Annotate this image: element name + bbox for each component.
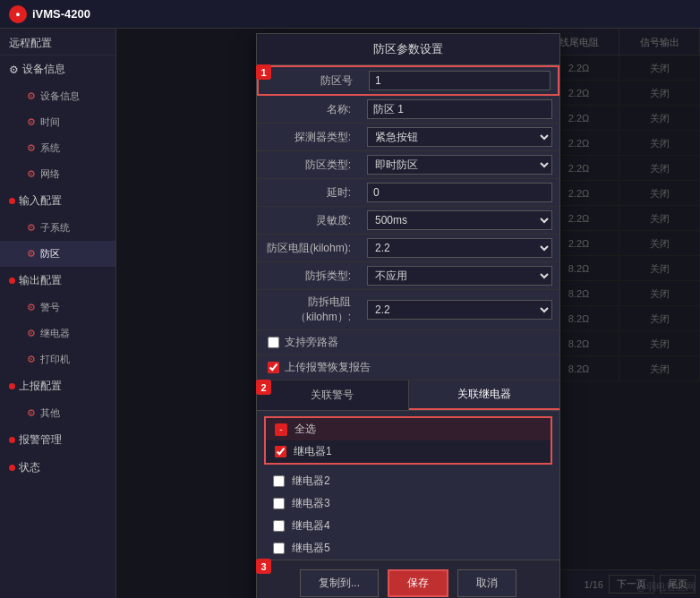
sidebar-item-printer[interactable]: ⚙ 打印机 [0, 346, 115, 372]
relay-select-all-item[interactable]: - 全选 [266, 418, 551, 440]
sidebar-item-label: 输出配置 [19, 273, 62, 288]
sensitivity-label: 灵敏度: [257, 209, 360, 233]
save-button[interactable]: 保存 [388, 569, 448, 597]
sidebar-item-relay[interactable]: ⚙ 继电器 [0, 320, 115, 346]
gear-icon: ⚙ [27, 407, 36, 419]
relay-5-checkbox[interactable] [273, 542, 285, 554]
name-value [360, 96, 559, 123]
top-bar: ● iVMS-4200 [0, 0, 700, 29]
form-row-bypass: 支持旁路器 [257, 330, 559, 355]
detector-type-select[interactable]: 紧急按钮 [367, 127, 552, 147]
sidebar-item-device-info[interactable]: ⚙ 设备信息 [0, 83, 115, 109]
relay-3-checkbox[interactable] [273, 498, 285, 509]
app-title: iVMS-4200 [32, 7, 90, 21]
sidebar-item-device-info-group[interactable]: ⚙ 设备信息 [0, 56, 115, 83]
relay-1-label: 继电器1 [294, 444, 332, 459]
relay-item-5[interactable]: 继电器5 [264, 537, 552, 560]
sidebar: 远程配置 ⚙ 设备信息 ⚙ 设备信息 ⚙ 时间 ⚙ 系统 ⚙ 网络 输入配置 ⚙… [0, 29, 116, 598]
relay-item-2[interactable]: 继电器2 [264, 470, 552, 492]
modal-overlay: 防区参数设置 1 防区号 名称: [116, 29, 700, 598]
sidebar-item-time[interactable]: ⚙ 时间 [0, 109, 115, 135]
sidebar-section-title: 远程配置 [0, 29, 115, 56]
gear-icon: ⚙ [27, 142, 36, 154]
delay-label: 延时: [257, 181, 360, 205]
tamper-type-select[interactable]: 不应用 [367, 266, 552, 286]
tamper-type-select-wrap: 不应用 [367, 266, 552, 286]
relay-item-3[interactable]: 继电器3 [264, 492, 552, 515]
upload-report-checkbox[interactable] [268, 362, 279, 373]
relay-2-label: 继电器2 [292, 474, 330, 489]
section-footer: 3 复制到... 保存 取消 [257, 560, 559, 598]
sidebar-item-label: 警号 [40, 301, 60, 314]
form-row-tamper-type: 防拆类型: 不应用 [257, 262, 559, 290]
tab-link-relay[interactable]: 关联继电器 [409, 380, 560, 410]
sidebar-item-label: 其他 [40, 406, 60, 420]
resistance-select-wrap: 2.2 [367, 238, 552, 258]
tamper-resistance-label: 防拆电阻（kilohm）: [257, 290, 360, 329]
resistance-value: 2.2 [360, 235, 559, 261]
sensitivity-select[interactable]: 500ms [367, 210, 552, 230]
badge-2: 2 [256, 380, 271, 395]
sidebar-item-system[interactable]: ⚙ 系统 [0, 135, 115, 161]
tamper-resistance-select[interactable]: 2.2 [367, 300, 552, 320]
red-dot-icon [9, 383, 15, 389]
form-row-zone-no: 防区号 [257, 65, 559, 96]
zone-type-select[interactable]: 即时防区 [367, 155, 552, 175]
tab-link-alarm[interactable]: 关联警号 [257, 380, 409, 410]
sidebar-item-label: 输入配置 [19, 193, 62, 209]
sidebar-item-label: 继电器 [40, 327, 70, 340]
zone-no-input[interactable] [369, 71, 551, 90]
red-dot-icon [9, 437, 15, 443]
form-row-tamper-resistance: 防拆电阻（kilohm）: 2.2 [257, 290, 559, 330]
name-input[interactable] [367, 99, 552, 119]
zone-no-value [362, 67, 558, 94]
zone-type-value: 即时防区 [360, 151, 559, 178]
sensitivity-value: 500ms [360, 207, 559, 234]
resistance-select[interactable]: 2.2 [367, 238, 552, 258]
cancel-button[interactable]: 取消 [457, 569, 516, 597]
copy-button[interactable]: 复制到... [300, 569, 379, 597]
sidebar-item-status-group[interactable]: 状态 [0, 454, 115, 482]
zone-params-modal: 防区参数设置 1 防区号 名称: [256, 33, 560, 598]
main-layout: 远程配置 ⚙ 设备信息 ⚙ 设备信息 ⚙ 时间 ⚙ 系统 ⚙ 网络 输入配置 ⚙… [0, 29, 700, 598]
relay-5-label: 继电器5 [292, 541, 330, 556]
form-row-name: 名称: [257, 96, 559, 124]
relay-item-1[interactable]: 继电器1 [266, 440, 551, 463]
sidebar-item-label: 系统 [40, 141, 60, 155]
sidebar-item-input-config-group[interactable]: 输入配置 [0, 187, 115, 215]
sidebar-item-upload-config-group[interactable]: 上报配置 [0, 372, 115, 400]
zone-type-select-wrap: 即时防区 [367, 155, 552, 175]
badge-3: 3 [256, 559, 271, 574]
tamper-type-label: 防拆类型: [257, 264, 360, 288]
sidebar-item-label: 设备信息 [40, 90, 80, 103]
gear-icon: ⚙ [27, 302, 36, 313]
sidebar-item-label: 网络 [40, 167, 60, 181]
sidebar-item-alarm-horn[interactable]: ⚙ 警号 [0, 295, 115, 320]
gear-icon: ⚙ [27, 248, 36, 260]
bypass-checkbox[interactable] [268, 337, 279, 348]
sidebar-item-zone[interactable]: ⚙ 防区 [0, 241, 115, 267]
section-tabs: 2 关联警号 关联继电器 [257, 380, 559, 411]
modal-title: 防区参数设置 [373, 42, 443, 56]
sidebar-item-alarm-manage-group[interactable]: 报警管理 [0, 426, 115, 454]
form-row-upload-report: 上传报警恢复报告 [257, 355, 559, 380]
relay-1-checkbox[interactable] [275, 446, 286, 457]
relay-item-4[interactable]: 继电器4 [264, 515, 552, 537]
sidebar-item-output-config-group[interactable]: 输出配置 [0, 267, 115, 295]
modal-footer: 复制到... 保存 取消 [257, 560, 559, 598]
sidebar-item-label: 时间 [40, 115, 60, 129]
relay-2-checkbox[interactable] [273, 475, 285, 487]
sidebar-item-subsystem[interactable]: ⚙ 子系统 [0, 215, 115, 241]
name-label: 名称: [257, 98, 360, 122]
gear-icon: ⚙ [27, 168, 36, 180]
relay-4-checkbox[interactable] [273, 520, 285, 532]
delay-input[interactable] [367, 183, 552, 202]
sidebar-item-other[interactable]: ⚙ 其他 [0, 400, 115, 426]
form-row-sensitivity: 灵敏度: 500ms [257, 207, 559, 235]
tab-section: 关联警号 关联继电器 [257, 380, 559, 411]
content-area: 线尾电阻 信号输出 2.2Ω关闭 2.2Ω关闭 2.2Ω关闭 2.2Ω关闭 2.… [116, 29, 700, 598]
sidebar-item-network[interactable]: ⚙ 网络 [0, 161, 115, 187]
sidebar-item-label: 状态 [19, 460, 40, 475]
gear-icon: ⚙ [27, 354, 36, 365]
tamper-resistance-value: 2.2 [360, 296, 559, 323]
